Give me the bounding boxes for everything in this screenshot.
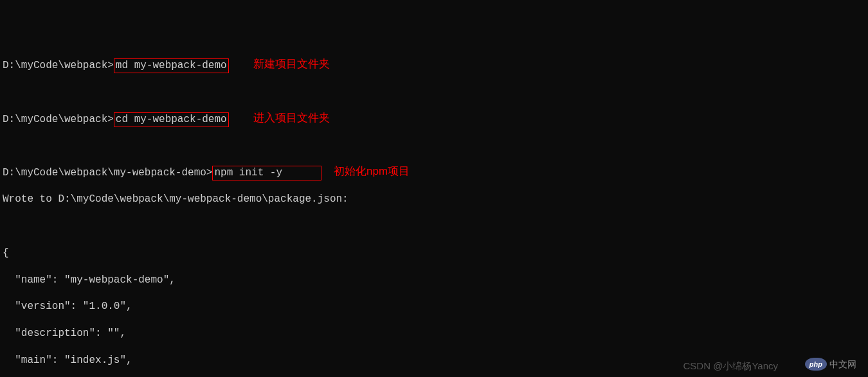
watermark-csdn: CSDN @小绵杨Yancy xyxy=(683,360,778,373)
annotation-1: 新建项目文件夹 xyxy=(253,57,330,71)
php-text: 中文网 xyxy=(829,358,856,370)
prompt: D:\myCode\webpack> xyxy=(3,114,114,125)
output-wrote: Wrote to D:\myCode\webpack\my-webpack-de… xyxy=(3,193,868,206)
command-npm-init: npm init -y xyxy=(212,166,321,180)
annotation-2: 进入项目文件夹 xyxy=(253,111,330,125)
json-line: { xyxy=(3,247,868,260)
json-line: "version": "1.0.0", xyxy=(3,300,868,313)
blank-line xyxy=(3,139,868,153)
command-cd: cd my-webpack-demo xyxy=(114,112,229,127)
php-logo-icon: php xyxy=(805,358,827,371)
command-md: md my-webpack-demo xyxy=(114,58,229,73)
annotation-3: 初始化npm项目 xyxy=(334,164,410,179)
json-line: "name": "my-webpack-demo", xyxy=(3,274,868,287)
terminal-line-1: D:\myCode\webpack>md my-webpack-demo新建项目… xyxy=(3,58,868,72)
blank-line xyxy=(3,85,868,99)
json-line: "description": "", xyxy=(3,327,868,340)
terminal-line-2: D:\myCode\webpack>cd my-webpack-demo进入项目… xyxy=(3,112,868,126)
watermark-php: php 中文网 xyxy=(805,358,856,371)
prompt: D:\myCode\webpack> xyxy=(3,60,114,71)
terminal-line-3: D:\myCode\webpack\my-webpack-demo>npm in… xyxy=(3,166,868,179)
prompt: D:\myCode\webpack\my-webpack-demo> xyxy=(3,167,212,179)
blank-line xyxy=(3,220,868,233)
